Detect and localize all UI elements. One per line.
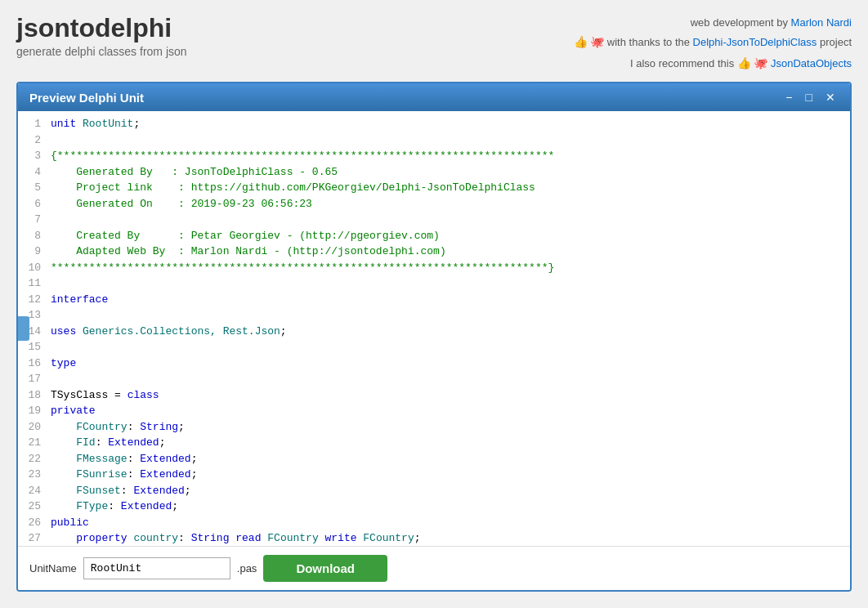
line-number: 3	[18, 148, 51, 164]
code-line: Project link : https://github.com/PKGeor…	[51, 180, 850, 196]
line-number: 21	[18, 435, 51, 451]
table-row: 17	[18, 371, 850, 387]
line-number: 12	[18, 292, 51, 308]
scroll-tab[interactable]	[18, 316, 29, 341]
code-line: uses Generics.Collections, Rest.Json;	[51, 324, 850, 340]
table-row: 3{**************************************…	[18, 148, 850, 164]
line-number: 23	[18, 467, 51, 483]
code-line: Generated By : JsonToDelphiClass - 0.65	[51, 164, 850, 181]
top-right-info: web development by Marlon Nardi 👍 🐙 with…	[574, 13, 852, 74]
line-number: 26	[18, 515, 51, 531]
code-line	[51, 132, 850, 149]
project-link[interactable]: Delphi-JsonToDelphiClass	[693, 36, 817, 48]
code-line: FSunrise: Extended;	[51, 467, 850, 483]
code-line	[51, 212, 850, 228]
line-number: 15	[18, 339, 51, 355]
code-line: TSysClass = class	[51, 387, 850, 404]
thumb2-icon: 👍	[737, 56, 751, 69]
table-row: 23 FSunrise: Extended;	[18, 467, 850, 483]
code-line	[51, 339, 850, 355]
code-line: private	[51, 403, 850, 419]
thumb-icon: 👍	[574, 35, 588, 48]
table-row: 22 FMessage: Extended;	[18, 451, 850, 467]
line-number: 10	[18, 260, 51, 276]
code-line: unit RootUnit;	[51, 116, 850, 132]
line-number: 19	[18, 403, 51, 419]
download-button[interactable]: Download	[263, 555, 387, 582]
table-row: 27 property country: String read FCountr…	[18, 530, 850, 546]
table-row: 8 Created By : Petar Georgiev - (http://…	[18, 228, 850, 244]
code-line	[51, 307, 850, 324]
code-area: 1unit RootUnit;2 3{*********************…	[18, 111, 850, 546]
table-row: 11	[18, 275, 850, 292]
line-number: 2	[18, 132, 51, 149]
line-number: 7	[18, 212, 51, 228]
line-number: 9	[18, 244, 51, 260]
code-line: FMessage: Extended;	[51, 451, 850, 467]
code-line: public	[51, 515, 850, 531]
table-row: 24 FSunset: Extended;	[18, 483, 850, 499]
modal-controls: − □ ✕	[782, 90, 839, 105]
github2-icon: 🐙	[754, 56, 767, 69]
line-number: 16	[18, 355, 51, 372]
line-number: 1	[18, 116, 51, 132]
code-line: interface	[51, 292, 850, 308]
unit-name-input[interactable]	[83, 557, 230, 579]
table-row: 16type	[18, 355, 850, 372]
modal-header: Preview Delphi Unit − □ ✕	[18, 83, 850, 111]
maximize-button[interactable]: □	[803, 90, 816, 105]
line-number: 20	[18, 419, 51, 436]
github-icon: 🐙	[590, 35, 604, 48]
unit-ext-label: .pas	[237, 562, 257, 574]
unit-name-label: UnitName	[29, 562, 77, 574]
code-line: Generated On : 2019-09-23 06:56:23	[51, 196, 850, 212]
code-line: Created By : Petar Georgiev - (http://pg…	[51, 228, 850, 244]
code-line: FType: Extended;	[51, 498, 850, 515]
table-row: 15	[18, 339, 850, 355]
code-line: FSunset: Extended;	[51, 483, 850, 499]
code-line: type	[51, 355, 850, 372]
credit-line-2: 👍 🐙 with thanks to the Delphi-JsonToDelp…	[574, 32, 852, 52]
code-line: {***************************************…	[51, 148, 850, 164]
table-row: 26public	[18, 515, 850, 531]
table-row: 10**************************************…	[18, 260, 850, 276]
table-row: 2	[18, 132, 850, 149]
code-line	[51, 371, 850, 387]
line-number: 17	[18, 371, 51, 387]
table-row: 9 Adapted Web By : Marlon Nardi - (http:…	[18, 244, 850, 260]
table-row: 1unit RootUnit;	[18, 116, 850, 132]
table-row: 6 Generated On : 2019-09-23 06:56:23	[18, 196, 850, 212]
table-row: 7	[18, 212, 850, 228]
table-row: 4 Generated By : JsonToDelphiClass - 0.6…	[18, 164, 850, 181]
table-row: 20 FCountry: String;	[18, 419, 850, 436]
code-table: 1unit RootUnit;2 3{*********************…	[18, 116, 850, 546]
code-line: ****************************************…	[51, 260, 850, 276]
table-row: 25 FType: Extended;	[18, 498, 850, 515]
modal-title: Preview Delphi Unit	[29, 91, 144, 105]
line-number: 4	[18, 164, 51, 181]
table-row: 13	[18, 307, 850, 324]
table-row: 18TSysClass = class	[18, 387, 850, 404]
minimize-button[interactable]: −	[782, 90, 795, 105]
line-number: 6	[18, 196, 51, 212]
table-row: 14uses Generics.Collections, Rest.Json;	[18, 324, 850, 340]
preview-modal: Preview Delphi Unit − □ ✕ 1unit RootUnit…	[16, 82, 852, 592]
line-number: 5	[18, 180, 51, 196]
line-number: 24	[18, 483, 51, 499]
code-line: Adapted Web By : Marlon Nardi - (http://…	[51, 244, 850, 260]
line-number: 22	[18, 451, 51, 467]
line-number: 25	[18, 498, 51, 515]
code-line: property country: String read FCountry w…	[51, 530, 850, 546]
code-line	[51, 275, 850, 292]
credit-line-1: web development by Marlon Nardi	[574, 13, 852, 32]
modal-footer: UnitName .pas Download	[18, 546, 850, 590]
code-line: FCountry: String;	[51, 419, 850, 436]
line-number: 27	[18, 530, 51, 546]
line-number: 8	[18, 228, 51, 244]
author-link[interactable]: Marlon Nardi	[791, 16, 852, 29]
credit-line-3: I also recommend this 👍 🐙 JsonDataObject…	[574, 53, 852, 74]
code-line: FId: Extended;	[51, 435, 850, 451]
jsondataobjects-link[interactable]: JsonDataObjects	[771, 57, 852, 69]
close-button[interactable]: ✕	[822, 90, 839, 105]
line-number: 18	[18, 387, 51, 404]
